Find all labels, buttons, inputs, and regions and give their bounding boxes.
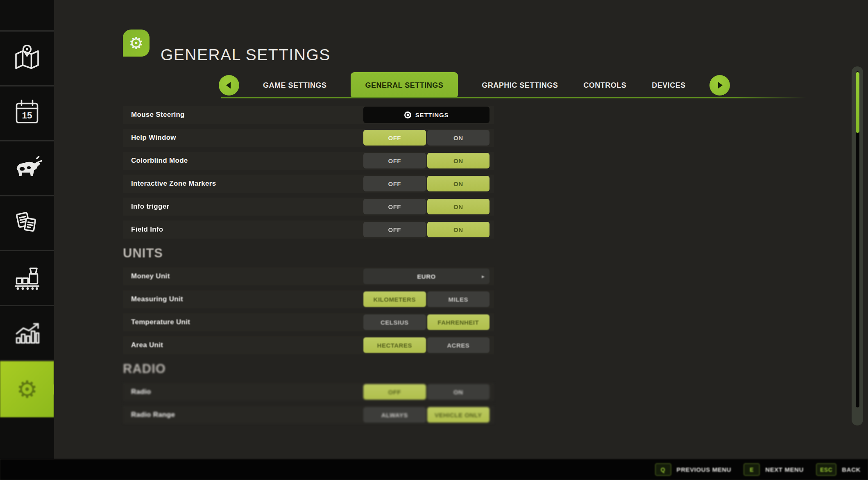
setting-label: Temperature Unit bbox=[131, 318, 190, 326]
scrollbar bbox=[852, 66, 863, 425]
toggle-option-always[interactable]: ALWAYS bbox=[363, 407, 426, 423]
toggle-option-miles[interactable]: MILES bbox=[427, 291, 490, 307]
previous-tab-button[interactable] bbox=[219, 75, 239, 96]
hint-back: ESCBACK bbox=[816, 463, 861, 476]
money-unit-select[interactable]: EURO▸ bbox=[363, 268, 490, 284]
general-settings-icon: ⚙ bbox=[123, 30, 150, 57]
page-title: GENERAL SETTINGS bbox=[161, 46, 331, 64]
main-panel: ⚙ GENERAL SETTINGS GAME SETTINGSGENERAL … bbox=[54, 0, 868, 459]
toggle-option-on[interactable]: ON bbox=[427, 222, 490, 237]
section-title: UNITS bbox=[123, 246, 494, 261]
animals-icon bbox=[12, 153, 42, 184]
toggle-option-vehicle-only[interactable]: VEHICLE ONLY bbox=[427, 407, 490, 423]
sidebar-item-statistics[interactable] bbox=[0, 306, 54, 361]
toggle-option-hectares[interactable]: HECTARES bbox=[363, 337, 426, 353]
toggle-option-fahrenheit[interactable]: FAHRENHEIT bbox=[427, 314, 490, 330]
toggle-option-off[interactable]: OFF bbox=[363, 130, 426, 146]
hint-label: NEXT MENU bbox=[765, 466, 804, 473]
tab-devices[interactable]: DEVICES bbox=[650, 81, 687, 90]
mouse-steering-settings-button[interactable]: SETTINGS bbox=[363, 107, 490, 123]
toggle-option-on[interactable]: ON bbox=[427, 153, 490, 168]
setting-row-radio-range: Radio RangeALWAYSVEHICLE ONLY bbox=[123, 406, 494, 424]
calendar-icon: 15 bbox=[12, 98, 42, 129]
select-value: EURO bbox=[417, 273, 436, 280]
keycap-esc[interactable]: ESC bbox=[816, 463, 836, 476]
keycap-e[interactable]: E bbox=[743, 463, 760, 476]
sidebar-item-calendar[interactable]: 15 bbox=[0, 86, 54, 141]
setting-label: Radio bbox=[131, 388, 151, 396]
toggle-group: ALWAYSVEHICLE ONLY bbox=[363, 407, 490, 423]
toggle-option-celsius[interactable]: CELSIUS bbox=[363, 314, 426, 330]
toggle-option-kilometers[interactable]: KILOMETERS bbox=[363, 291, 426, 307]
map-icon bbox=[12, 43, 42, 74]
footer-hint-bar: QPREVIOUS MENUENEXT MENUESCBACK bbox=[0, 459, 868, 480]
gear-icon: ⚙ bbox=[129, 35, 144, 51]
keycap-q[interactable]: Q bbox=[655, 463, 671, 476]
tab-underline bbox=[221, 97, 806, 98]
toggle-group: OFFON bbox=[363, 384, 490, 400]
tab-game-settings[interactable]: GAME SETTINGS bbox=[261, 81, 329, 90]
setting-label: Radio Range bbox=[131, 411, 175, 419]
sidebar-item-contracts[interactable] bbox=[0, 196, 54, 251]
tab-general-settings[interactable]: GENERAL SETTINGS bbox=[351, 72, 458, 98]
setting-row-area-unit: Area UnitHECTARESACRES bbox=[123, 336, 494, 354]
setting-label: Money Unit bbox=[131, 272, 170, 280]
sidebar-item-map[interactable] bbox=[0, 32, 54, 86]
section-units: UNITSMoney UnitEURO▸Measuring UnitKILOME… bbox=[123, 246, 494, 354]
sidebar-item-production[interactable] bbox=[0, 251, 54, 306]
toggle-group: OFFON bbox=[363, 199, 490, 214]
sidebar-item-settings[interactable]: ⚙ bbox=[0, 361, 54, 417]
sidebar: 15⚙ bbox=[0, 0, 54, 459]
next-tab-button[interactable] bbox=[709, 75, 730, 96]
toggle-group: KILOMETERSMILES bbox=[363, 291, 490, 307]
toggle-option-on[interactable]: ON bbox=[427, 384, 490, 400]
toggle-group: OFFON bbox=[363, 153, 490, 168]
setting-label: Help Window bbox=[131, 134, 176, 142]
tab-bar: GAME SETTINGSGENERAL SETTINGSGRAPHIC SET… bbox=[219, 72, 730, 98]
button-label: SETTINGS bbox=[415, 111, 449, 118]
settings-icon: ⚙ bbox=[16, 378, 38, 401]
section-title: RADIO bbox=[123, 362, 494, 376]
setting-row-interactive-zone-markers: Interactive Zone MarkersOFFON bbox=[123, 175, 494, 193]
sidebar-item-animals[interactable] bbox=[0, 141, 54, 196]
hint-label: BACK bbox=[842, 466, 861, 473]
arrow-right-icon bbox=[718, 82, 723, 89]
toggle-option-off[interactable]: OFF bbox=[363, 176, 426, 191]
tab-controls[interactable]: CONTROLS bbox=[582, 81, 628, 90]
toggle-option-on[interactable]: ON bbox=[427, 130, 490, 146]
arrow-left-icon bbox=[226, 82, 231, 89]
toggle-option-off[interactable]: OFF bbox=[363, 199, 426, 214]
toggle-group: OFFON bbox=[363, 130, 490, 146]
toggle-option-off[interactable]: OFF bbox=[363, 153, 426, 168]
tab-graphic-settings[interactable]: GRAPHIC SETTINGS bbox=[480, 81, 560, 90]
section-radio: RADIORadioOFFONRadio RangeALWAYSVEHICLE … bbox=[123, 362, 494, 424]
contracts-icon bbox=[12, 208, 42, 239]
toggle-group: HECTARESACRES bbox=[363, 337, 490, 353]
setting-row-radio: RadioOFFON bbox=[123, 383, 494, 401]
sidebar-top-spacer bbox=[0, 0, 54, 32]
toggle-group: OFFON bbox=[363, 222, 490, 237]
gear-dot-icon bbox=[404, 111, 411, 118]
setting-label: Colorblind Mode bbox=[131, 157, 188, 165]
svg-text:15: 15 bbox=[22, 110, 32, 120]
general-settings-screen: 15⚙ ⚙ GENERAL SETTINGS GAME SETTINGSGENE… bbox=[0, 0, 868, 480]
setting-label: Area Unit bbox=[131, 341, 163, 349]
statistics-icon bbox=[12, 318, 42, 349]
scrollbar-thumb[interactable] bbox=[856, 72, 859, 133]
toggle-option-off[interactable]: OFF bbox=[363, 222, 426, 237]
setting-label: Info trigger bbox=[131, 202, 169, 211]
toggle-group: CELSIUSFAHRENHEIT bbox=[363, 314, 490, 330]
toggle-option-acres[interactable]: ACRES bbox=[427, 337, 490, 353]
chevron-right-icon: ▸ bbox=[482, 273, 485, 280]
hint-previous-menu: QPREVIOUS MENU bbox=[655, 463, 732, 476]
hint-label: PREVIOUS MENU bbox=[677, 466, 732, 473]
toggle-option-on[interactable]: ON bbox=[427, 199, 490, 214]
toggle-option-on[interactable]: ON bbox=[427, 176, 490, 191]
toggle-group: OFFON bbox=[363, 176, 490, 191]
setting-row-money-unit: Money UnitEURO▸ bbox=[123, 267, 494, 285]
toggle-option-off[interactable]: OFF bbox=[363, 384, 426, 400]
setting-row-mouse-steering: Mouse SteeringSETTINGS bbox=[123, 106, 494, 124]
setting-row-measuring-unit: Measuring UnitKILOMETERSMILES bbox=[123, 290, 494, 308]
production-icon bbox=[12, 263, 42, 294]
setting-row-colorblind-mode: Colorblind ModeOFFON bbox=[123, 152, 494, 170]
